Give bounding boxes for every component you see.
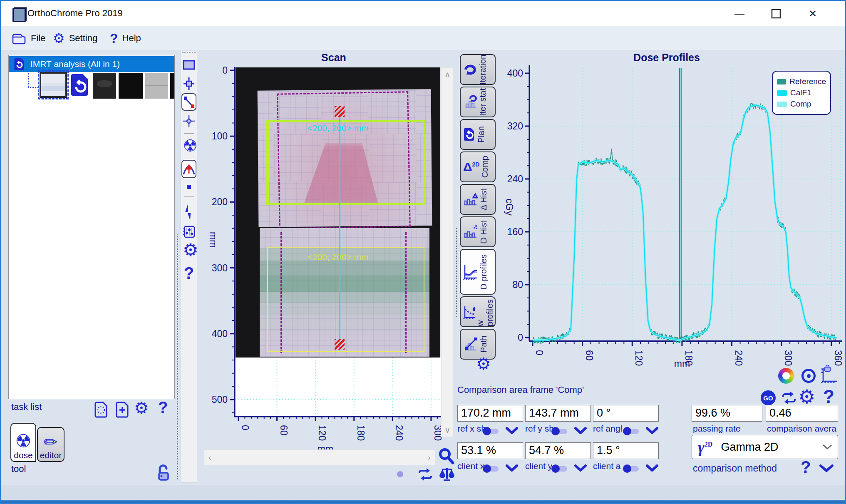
scroll-down-icon[interactable]: ∨ [444,425,451,435]
task-root-item[interactable]: IMRT analysis (All in 1) [9,56,174,72]
toolbar-grip[interactable] [182,52,196,55]
add-document-icon[interactable] [116,401,130,418]
point-tool-icon[interactable] [187,185,191,189]
tab-plan[interactable]: Plan [460,119,496,150]
document-icon [14,57,25,71]
profile-line-bottom-marker[interactable] [335,339,345,350]
tab-iter-stat[interactable]: Iter stat [460,87,496,117]
tool-tab-editor[interactable]: ✏ editor [37,427,65,462]
thumbnail-dark-1[interactable] [93,73,116,99]
gear-icon[interactable]: ⚙ [134,400,149,416]
ref-y-shift-field[interactable]: 143.7 mm [525,405,591,422]
ref-angle-field[interactable]: 0 ° [593,405,659,422]
chevron-down-icon[interactable] [574,464,587,473]
axis-lock-icon[interactable] [820,365,839,385]
thumbnail-shape [97,80,112,87]
client-y-toggle[interactable] [552,466,567,472]
tab-w-profiles[interactable]: w profiles [460,296,496,327]
chevron-down-icon[interactable] [645,426,659,435]
unlock-icon[interactable] [156,464,171,481]
menu-file[interactable]: File [12,31,45,46]
gear-icon[interactable]: ⚙ [476,355,491,372]
target-icon[interactable] [801,369,816,383]
chart-x-tick-label: 60 [584,350,595,361]
chevron-down-icon[interactable] [505,464,519,473]
zoom-icon[interactable] [438,447,455,465]
help-icon: ? [110,31,118,46]
help-icon[interactable]: ? [158,399,168,417]
profile-peak-button[interactable] [181,160,196,178]
client-x-field[interactable]: 53.1 % [457,442,523,459]
chart-y-axis-label: cGy [504,199,515,216]
scan-y-tick-label: 100 [212,131,228,142]
tab-comp[interactable]: Δ2D Comp [460,151,496,182]
panel-splitter[interactable] [177,234,178,479]
thumbnail-dark-2[interactable] [119,73,143,99]
scan-vertical-scrollbar[interactable]: ∧ ∨ [441,67,454,437]
comparison-average-field[interactable]: 0.46 [766,405,838,422]
go-button[interactable]: GO [761,390,776,405]
maximize-button[interactable] [767,8,786,22]
tab-d-profiles[interactable]: D profiles [460,249,496,295]
passing-rate-field[interactable]: 99.6 % [692,405,762,422]
comparison-method-label: comparison method [693,463,777,474]
thumbnail-dark-3[interactable] [170,73,174,99]
chevron-down-icon[interactable] [574,426,587,435]
scan-y-tick-label: 200 [212,196,228,207]
menu-help[interactable]: ? Help [110,31,141,46]
control-panel-icon[interactable] [183,225,195,239]
balance-icon[interactable] [438,466,456,482]
thumbnail-light[interactable] [145,73,168,99]
line-tool-button[interactable] [181,93,196,111]
gear-icon[interactable]: ⚙ [798,387,815,406]
chevron-down-icon[interactable] [505,426,519,435]
scan-thumbnail-selected[interactable] [40,72,67,98]
status-bar [1,485,845,500]
help-icon[interactable]: ? [801,458,811,477]
close-button[interactable]: ✕ [803,7,822,21]
scroll-up-icon[interactable]: ∧ [444,70,451,79]
client-angle-field[interactable]: 1.5 ° [593,442,659,459]
target-dot [807,374,811,378]
profile-line-top-marker[interactable] [335,106,345,117]
client-y-field[interactable]: 54.7 % [525,442,591,459]
ref-angle-toggle[interactable] [624,429,639,434]
tab-iteration[interactable]: Iteration [460,54,496,85]
scan-image[interactable]: <200, 200> mm <200, 200> mm [236,67,440,358]
repeat-icon[interactable] [416,468,434,481]
scan-horizontal-scrollbar[interactable]: ‹ › [204,449,435,465]
tab-delta-hist[interactable]: Δ Hist [460,184,496,215]
gear-icon[interactable]: ⚙ [183,241,195,259]
tool-dose-label: dose [14,450,33,460]
ref-x-shift-toggle[interactable] [484,429,499,434]
help-icon[interactable]: ? [823,386,834,407]
repeat-icon[interactable] [780,391,798,405]
folder-icon [12,32,27,45]
radiation-icon[interactable]: ☢ [183,137,195,154]
frame2-rect[interactable] [267,247,424,352]
chevron-down-icon[interactable] [645,464,659,473]
flash-icon[interactable] [183,204,195,221]
ref-y-shift-toggle[interactable] [552,429,567,434]
chevron-down-icon[interactable] [819,464,834,474]
comparison-method-select[interactable]: γ2D Gamma 2D [692,435,838,459]
chart-x-tick-label: 120 [633,350,644,366]
client-angle-toggle[interactable] [624,466,639,472]
center-marker-icon[interactable] [183,77,195,91]
scroll-left-icon[interactable]: ‹ [208,453,211,462]
menu-setting[interactable]: ⚙ Setting [53,31,97,46]
help-icon[interactable]: ? [183,264,195,283]
app-window: OrthoChrome Pro 2019 — ✕ File ⚙ Setting … [0,0,846,504]
crosshair-icon[interactable] [183,114,195,128]
color-wheel-icon[interactable] [778,368,794,384]
tool-tab-dose[interactable]: ☢ dose [10,423,36,462]
ref-x-shift-field[interactable]: 170.2 mm [457,405,523,422]
scroll-right-icon[interactable]: › [428,453,431,462]
select-document-icon[interactable] [94,401,109,418]
tab-dose-hist[interactable]: D Hist [460,216,496,247]
minimize-button[interactable]: — [730,7,749,21]
plan-document-icon[interactable] [69,73,91,98]
profile-line[interactable] [339,111,340,350]
client-x-toggle[interactable] [484,466,499,472]
rect-select-icon[interactable] [183,60,195,70]
